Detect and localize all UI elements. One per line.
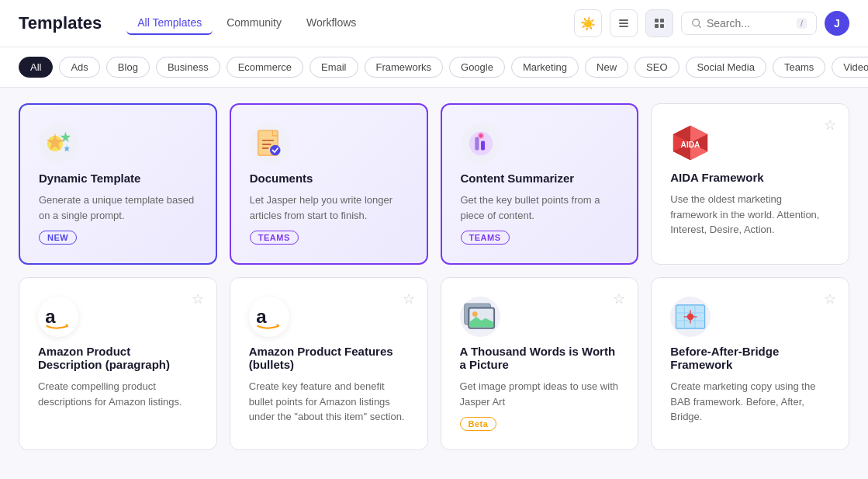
card-badge: TEAMS (461, 231, 510, 245)
header: Templates All Templates Community Workfl… (0, 0, 868, 47)
svg-rect-0 (619, 19, 628, 21)
svg-rect-3 (655, 19, 659, 23)
card-badge: NEW (39, 231, 77, 245)
list-view-button[interactable] (610, 9, 638, 37)
avatar[interactable]: J (825, 11, 849, 36)
card-badge: Beta (460, 417, 497, 431)
card-aida-framework[interactable]: ☆ AIDA AIDA FrameworkUse the oldest mark… (651, 103, 849, 265)
svg-rect-19 (481, 141, 485, 151)
card-title: A Thousand Words is Worth a Picture (460, 345, 620, 371)
card-content-summarizer[interactable]: Content SummarizerGet the key bullet poi… (441, 103, 639, 265)
card-icon (461, 123, 501, 164)
filter-chip-marketing[interactable]: Marketing (511, 57, 579, 78)
star-icon[interactable]: ☆ (403, 290, 415, 307)
svg-marker-11 (64, 145, 70, 151)
filter-chip-all[interactable]: All (19, 57, 53, 78)
filter-chip-ecommerce[interactable]: Ecommerce (227, 57, 303, 78)
filter-chip-google[interactable]: Google (449, 57, 505, 78)
card-icon: AIDA (670, 123, 711, 163)
card-desc: Get the key bullet points from a piece o… (461, 193, 619, 223)
filter-chip-frameworks[interactable]: Frameworks (365, 57, 444, 78)
filter-chip-teams[interactable]: Teams (773, 57, 825, 78)
card-icon (39, 123, 79, 164)
star-icon[interactable]: ☆ (824, 116, 836, 134)
cards-grid: Dynamic TemplateGenerate a unique templa… (0, 88, 868, 466)
page-title: Templates (19, 13, 102, 33)
card-title: Amazon Product Description (paragraph) (38, 345, 198, 371)
star-icon[interactable]: ☆ (824, 290, 836, 307)
svg-point-37 (687, 314, 693, 320)
card-desc: Use the oldest marketing framework in th… (670, 192, 830, 238)
star-icon[interactable]: ☆ (192, 290, 204, 307)
filter-chip-seo[interactable]: SEO (635, 57, 679, 78)
svg-rect-13 (262, 140, 274, 141)
card-amazon-product-features[interactable]: ☆ a Amazon Product Features (bullets)Cre… (230, 277, 428, 450)
filter-chip-new[interactable]: New (585, 57, 628, 78)
card-desc: Generate a unique template based on a si… (39, 193, 197, 223)
tab-all-templates[interactable]: All Templates (126, 12, 213, 35)
card-desc: Create marketing copy using the BAB fram… (670, 379, 830, 425)
card-title: Amazon Product Features (bullets) (249, 345, 409, 371)
filter-chip-video[interactable]: Video (832, 57, 868, 78)
card-title: Content Summarizer (461, 172, 619, 185)
tab-community[interactable]: Community (216, 12, 292, 35)
filter-chip-email[interactable]: Email (310, 57, 358, 78)
filter-chip-blog[interactable]: Blog (106, 57, 150, 78)
svg-rect-5 (655, 24, 659, 28)
svg-rect-18 (475, 137, 479, 151)
theme-toggle-button[interactable]: ☀️ (574, 9, 602, 37)
card-desc: Create key feature and benefit bullet po… (249, 379, 409, 425)
card-title: Dynamic Template (39, 172, 197, 185)
filter-chip-business[interactable]: Business (156, 57, 220, 78)
card-before-after-bridge[interactable]: ☆ Before-After-Bridge FrameworkCreate ma… (651, 277, 849, 450)
svg-point-21 (479, 134, 482, 137)
svg-text:a: a (256, 306, 267, 327)
card-icon (460, 297, 500, 337)
card-icon: a (249, 297, 289, 337)
svg-text:a: a (45, 306, 56, 327)
card-desc: Get image prompt ideas to use with Jaspe… (460, 379, 620, 409)
filter-bar: AllAdsBlogBusinessEcommerceEmailFramewor… (0, 47, 868, 88)
card-icon (250, 123, 290, 164)
svg-rect-15 (262, 148, 268, 149)
filter-chip-ads[interactable]: Ads (59, 57, 99, 78)
search-input[interactable] (707, 17, 792, 30)
card-title: Documents (250, 172, 408, 185)
svg-point-35 (472, 311, 477, 317)
svg-text:AIDA: AIDA (681, 141, 700, 149)
card-icon: a (38, 297, 78, 337)
card-desc: Let Jasper help you write longer article… (250, 193, 408, 223)
main-content: Dynamic TemplateGenerate a unique templa… (0, 88, 868, 466)
header-actions: ☀️ / J (574, 9, 849, 37)
card-amazon-product-description[interactable]: ☆ a Amazon Product Description (paragrap… (19, 277, 217, 450)
svg-rect-1 (619, 23, 628, 24)
search-shortcut: / (797, 18, 807, 29)
svg-rect-4 (660, 19, 664, 23)
svg-rect-6 (660, 24, 664, 28)
grid-view-button[interactable] (645, 9, 673, 37)
filter-chip-social-media[interactable]: Social Media (686, 57, 766, 78)
svg-rect-14 (262, 144, 271, 145)
search-box[interactable]: / (681, 12, 817, 35)
tab-workflows[interactable]: Workflows (296, 12, 367, 35)
card-badge: TEAMS (250, 231, 299, 245)
search-icon (691, 18, 702, 29)
card-title: AIDA Framework (670, 171, 830, 184)
card-documents[interactable]: DocumentsLet Jasper help you write longe… (230, 103, 428, 265)
card-thousand-words[interactable]: ☆ A Thousand Words is Worth a PictureGet… (441, 277, 639, 450)
star-icon[interactable]: ☆ (613, 290, 625, 307)
svg-point-16 (270, 145, 281, 156)
card-dynamic-template[interactable]: Dynamic TemplateGenerate a unique templa… (19, 103, 217, 265)
card-title: Before-After-Bridge Framework (670, 345, 830, 371)
svg-rect-2 (619, 26, 628, 27)
card-icon (670, 297, 711, 337)
nav-tabs: All Templates Community Workflows (126, 12, 367, 35)
card-desc: Create compelling product descriptions f… (38, 379, 198, 409)
